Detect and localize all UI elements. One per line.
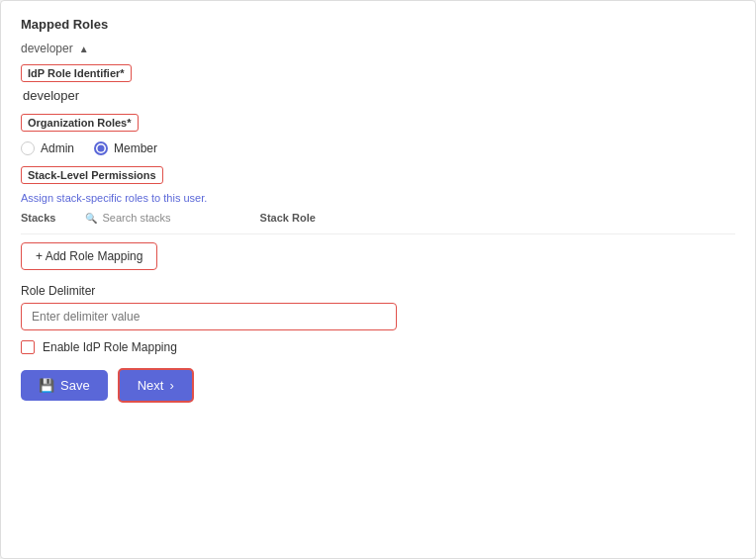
add-role-mapping-wrapper: + Add Role Mapping [21, 242, 735, 284]
search-icon: 🔍 [85, 213, 97, 224]
org-roles-section: Organization Roles* Admin Member [21, 113, 735, 155]
divider [21, 233, 735, 234]
save-icon: 💾 [39, 378, 54, 393]
next-label: Next [138, 378, 164, 393]
delimiter-input[interactable] [21, 303, 397, 330]
stacks-row: Stacks 🔍 Search stacks Stack Role [21, 212, 735, 224]
stacks-col: Stacks [21, 212, 55, 224]
next-arrow-icon: › [169, 378, 173, 393]
search-stacks-container[interactable]: 🔍 Search stacks [85, 212, 170, 224]
enable-idp-label: Enable IdP Role Mapping [43, 340, 177, 354]
footer-buttons: 💾 Save Next › [21, 368, 735, 403]
enable-idp-row[interactable]: Enable IdP Role Mapping [21, 340, 735, 354]
delimiter-section: Role Delimiter [21, 284, 735, 330]
save-label: Save [60, 378, 90, 393]
main-container: Mapped Roles developer ▲ IdP Role Identi… [0, 0, 756, 559]
stack-role-col: Stack Role [260, 212, 316, 224]
member-radio[interactable]: Member [94, 141, 157, 155]
admin-radio[interactable]: Admin [21, 141, 74, 155]
next-button[interactable]: Next › [118, 368, 194, 403]
stack-permissions-section: Stack-Level Permissions Assign stack-spe… [21, 165, 735, 224]
admin-label: Admin [41, 141, 74, 155]
developer-section-header: developer ▲ [21, 42, 735, 55]
add-role-mapping-button[interactable]: + Add Role Mapping [21, 242, 157, 270]
idp-role-field: IdP Role Identifier* developer [21, 63, 735, 103]
developer-label: developer [21, 42, 73, 55]
page-title: Mapped Roles [21, 17, 735, 32]
enable-idp-checkbox[interactable] [21, 340, 35, 354]
idp-role-value: developer [21, 88, 735, 103]
save-button[interactable]: 💾 Save [21, 370, 108, 401]
org-roles-row: Admin Member [21, 141, 735, 155]
member-radio-circle [94, 141, 108, 155]
stack-permissions-label: Stack-Level Permissions [21, 166, 163, 184]
stack-subtitle: Assign stack-specific roles to this user… [21, 192, 735, 204]
delimiter-label: Role Delimiter [21, 284, 735, 298]
org-roles-label: Organization Roles* [21, 114, 139, 132]
chevron-up-icon: ▲ [79, 44, 89, 54]
admin-radio-circle [21, 141, 35, 155]
idp-role-label: IdP Role Identifier* [21, 64, 132, 82]
search-stacks-label: Search stacks [102, 212, 170, 224]
member-label: Member [114, 141, 157, 155]
